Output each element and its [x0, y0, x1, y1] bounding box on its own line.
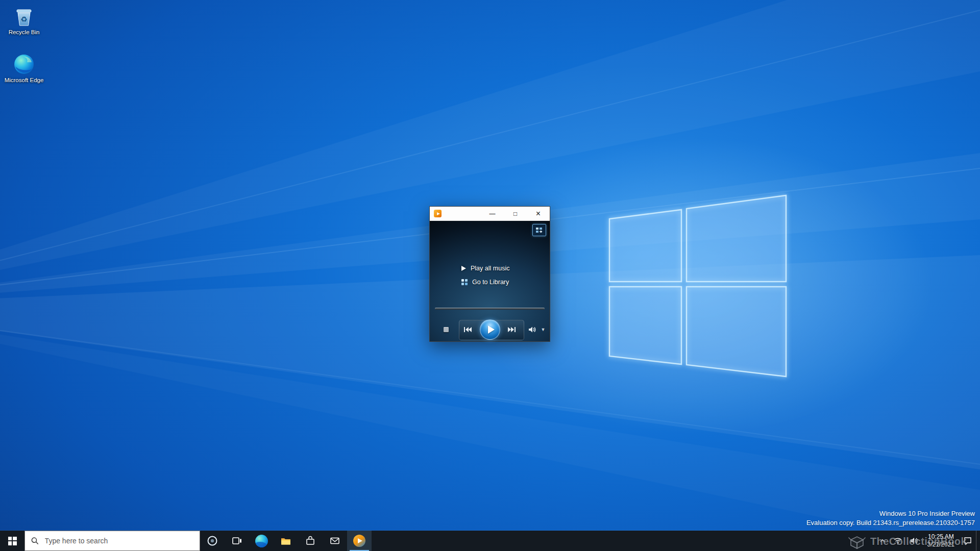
next-icon [508, 327, 516, 333]
clock-date: 3/21/2021 [927, 541, 954, 548]
taskbar-clock[interactable]: 10:25 AM 3/21/2021 [922, 531, 960, 551]
desktop-icon-microsoft-edge[interactable]: Microsoft Edge [4, 53, 44, 84]
now-playing-menu: Play all music Go to Library [461, 265, 509, 286]
seek-bar[interactable] [435, 308, 545, 310]
play-button[interactable] [480, 319, 500, 340]
chevron-up-icon [879, 537, 886, 544]
system-tray: 10:25 AM 3/21/2021 [875, 531, 980, 551]
search-icon [31, 537, 39, 545]
recycle-bin-icon: ♻ [13, 5, 35, 28]
action-center-icon [963, 536, 972, 545]
taskbar-item-task-view[interactable] [225, 531, 249, 551]
taskbar-search-box[interactable] [24, 531, 200, 551]
desktop-icon-label: Recycle Bin [9, 29, 40, 36]
build-watermark: Windows 10 Pro Insider Preview Evaluatio… [806, 509, 975, 528]
volume-tray-button[interactable] [906, 531, 922, 551]
play-icon [461, 266, 466, 271]
more-options-button[interactable]: ▼ [541, 327, 546, 332]
stop-button[interactable] [444, 327, 449, 332]
menu-item-label: Play all music [471, 265, 509, 272]
start-button[interactable] [0, 531, 24, 551]
edge-icon [255, 535, 268, 547]
media-player-app-icon [434, 210, 442, 217]
media-player-titlebar[interactable]: — □ × [430, 207, 550, 221]
show-desktop-button[interactable] [976, 531, 980, 551]
maximize-button[interactable]: □ [504, 207, 527, 220]
network-tray-button[interactable] [890, 531, 906, 551]
next-button[interactable] [508, 327, 516, 333]
go-to-library-item[interactable]: Go to Library [461, 279, 509, 286]
volume-icon [528, 326, 536, 333]
desktop-icon-recycle-bin[interactable]: ♻ Recycle Bin [4, 5, 44, 36]
build-watermark-line2: Evaluation copy. Build 21343.rs_prerelea… [806, 518, 975, 528]
library-grid-icon [461, 279, 468, 285]
file-explorer-icon [280, 535, 292, 547]
chevron-down-icon: ▼ [541, 327, 546, 332]
show-hidden-icons-button[interactable] [875, 531, 890, 551]
windows-media-player-icon [353, 535, 365, 547]
desktop: ♻ Recycle Bin Microsoft Edge — □ × [0, 0, 980, 551]
task-view-icon [231, 535, 242, 546]
window-caption-buttons: — □ × [481, 207, 550, 220]
taskbar-item-edge[interactable] [249, 531, 274, 551]
taskbar-item-file-explorer[interactable] [274, 531, 298, 551]
playback-controls: ▼ [430, 319, 550, 340]
build-watermark-line1: Windows 10 Pro Insider Preview [806, 509, 975, 518]
search-input[interactable] [44, 536, 200, 545]
taskbar-item-windows-media-player[interactable] [347, 531, 372, 551]
taskbar-item-microsoft-store[interactable] [298, 531, 323, 551]
stop-icon [444, 327, 449, 332]
play-icon [480, 319, 500, 340]
mail-icon [329, 535, 340, 546]
menu-item-label: Go to Library [472, 279, 509, 286]
mute-button[interactable] [528, 326, 536, 333]
media-player-window: — □ × Play all music [429, 206, 550, 342]
taskbar-item-cortana[interactable] [200, 531, 225, 551]
windows-start-icon [8, 537, 17, 545]
clock-time: 10:25 AM [928, 533, 954, 541]
taskbar-item-mail[interactable] [323, 531, 347, 551]
media-player-now-playing: Play all music Go to Library [430, 221, 550, 341]
svg-text:♻: ♻ [20, 15, 27, 24]
edge-icon [13, 53, 35, 76]
previous-button[interactable] [463, 327, 472, 333]
cortana-icon [206, 535, 218, 547]
volume-icon [910, 537, 919, 545]
taskbar: 10:25 AM 3/21/2021 [0, 531, 980, 551]
action-center-button[interactable] [960, 531, 976, 551]
desktop-icon-label: Microsoft Edge [5, 77, 44, 84]
store-icon [305, 535, 316, 546]
play-all-music-item[interactable]: Play all music [461, 265, 509, 272]
library-switch-icon [535, 227, 543, 234]
network-icon [893, 537, 902, 545]
close-button[interactable]: × [527, 207, 550, 220]
switch-to-library-button[interactable] [532, 224, 546, 236]
previous-icon [463, 327, 472, 333]
minimize-button[interactable]: — [481, 207, 504, 220]
